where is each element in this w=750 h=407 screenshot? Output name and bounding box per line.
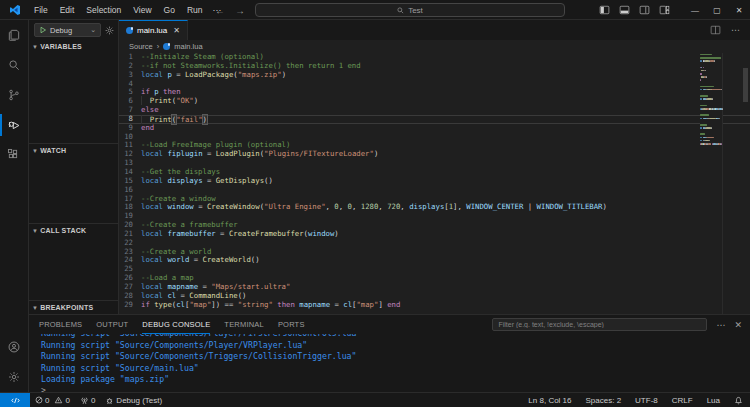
title-bar: FileEditSelectionViewGoRun ⋯ ← → Test — … [0, 0, 750, 20]
lua-file-icon [163, 43, 170, 50]
minimize-button[interactable]: — [684, 0, 706, 20]
panel-tab-output[interactable]: OUTPUT [96, 315, 128, 334]
sidebar-item-explorer[interactable] [0, 20, 28, 50]
sidebar-item-search[interactable] [0, 50, 28, 80]
code-line-8[interactable]: 8 Print("fail") [119, 115, 750, 124]
line-text: else [141, 106, 750, 115]
problems-indicator[interactable]: 0 0 [30, 393, 75, 407]
console-line: Running script "Source/Components/Trigge… [41, 351, 750, 363]
sidebar-item-source-control[interactable] [0, 80, 28, 110]
remote-indicator[interactable] [0, 393, 30, 407]
panel-more-actions-icon[interactable]: ⋯ [716, 320, 725, 330]
panel-tab-ports[interactable]: PORTS [278, 315, 305, 334]
launch-config-select[interactable]: Debug ⌄ [34, 23, 101, 37]
section-variables: ▼VARIABLES [29, 40, 118, 143]
code-line-9[interactable]: 9end [119, 124, 750, 133]
code-line-24[interactable]: 24local world = CreateWorld() [119, 256, 750, 265]
maximize-button[interactable]: ▢ [706, 0, 728, 20]
code-line-5[interactable]: 5if p then [119, 88, 750, 97]
code-line-7[interactable]: 7else [119, 106, 750, 115]
line-number: 29 [119, 301, 141, 310]
customize-layout-icon[interactable] [659, 5, 670, 15]
encoding-indicator[interactable]: UTF-8 [628, 393, 665, 407]
console-filter-input[interactable] [492, 318, 707, 331]
menu-selection[interactable]: Selection [81, 3, 126, 17]
panel-tab-terminal[interactable]: TERMINAL [224, 315, 264, 334]
section-header[interactable]: ▼CALL STACK [29, 224, 118, 237]
line-text: local fiplugin = LoadPlugin("Plugins/FIT… [141, 150, 750, 159]
code-line-22[interactable]: 22 [119, 239, 750, 248]
code-line-4[interactable]: 4 [119, 80, 750, 89]
code-line-12[interactable]: 12local fiplugin = LoadPlugin("Plugins/F… [119, 150, 750, 159]
console-line: Loading package "maps.zip" [41, 374, 750, 386]
code-line-3[interactable]: 3local p = LoadPackage("maps.zip") [119, 71, 750, 80]
editor-more-actions-icon[interactable]: ⋯ [731, 25, 740, 35]
code-line-15[interactable]: 15local displays = GetDisplays() [119, 177, 750, 186]
account-button[interactable] [0, 332, 28, 362]
toggle-secondary-sidebar-icon[interactable] [639, 5, 650, 15]
code-line-6[interactable]: 6 Print("OK") [119, 97, 750, 106]
eol-indicator[interactable]: CRLF [665, 393, 700, 407]
editor-scrollbar[interactable] [743, 68, 748, 102]
code-line-18[interactable]: 18local window = CreateWindow("Ultra Eng… [119, 203, 750, 212]
account-icon [7, 340, 21, 354]
chevron-down-icon: ▼ [32, 44, 38, 50]
close-button[interactable]: ✕ [728, 0, 750, 20]
cursor-position[interactable]: Ln 8, Col 16 [521, 393, 578, 407]
indentation-indicator[interactable]: Spaces: 2 [579, 393, 629, 407]
text-cursor [207, 115, 208, 123]
code-line-29[interactable]: 29if type(cl["map"]) == "string" then ma… [119, 301, 750, 310]
settings-button[interactable] [0, 362, 28, 392]
minimap-separator [722, 53, 723, 314]
chevron-down-icon: ▼ [32, 228, 38, 234]
section-call-stack: ▼CALL STACK [29, 223, 118, 300]
menu-view[interactable]: View [128, 3, 156, 17]
line-text: local world = CreateWorld() [141, 256, 750, 265]
explorer-icon [7, 28, 21, 42]
debug-settings-gear-icon[interactable] [104, 25, 115, 36]
start-debug-icon[interactable] [39, 26, 47, 34]
menu-edit[interactable]: Edit [55, 3, 80, 17]
panel-tab-debug-console[interactable]: DEBUG CONSOLE [142, 315, 210, 334]
language-mode-indicator[interactable]: Lua [700, 393, 727, 407]
section-header[interactable]: ▼VARIABLES [29, 40, 118, 53]
menu-run[interactable]: Run [182, 3, 208, 17]
nav-back-icon[interactable]: ← [215, 5, 225, 16]
line-text: Print("fail") [141, 115, 750, 124]
chevron-down-icon: ▼ [32, 148, 38, 154]
breadcrumb[interactable]: Source › main.lua [119, 40, 750, 53]
section-header[interactable]: ▼BREAKPOINTS [29, 301, 118, 314]
toggle-sidebar-icon[interactable] [599, 5, 610, 15]
ports-indicator[interactable]: 0 [75, 393, 100, 407]
debug-session-indicator[interactable]: Debug (Test) [100, 393, 167, 407]
code-editor[interactable]: 1--Initialze Steam (optional)2--if not S… [119, 53, 750, 314]
code-line-25[interactable]: 25 [119, 265, 750, 274]
split-editor-icon[interactable] [710, 25, 721, 35]
line-text: local p = LoadPackage("maps.zip") [141, 71, 750, 80]
radio-tower-icon [80, 396, 89, 405]
nav-forward-icon[interactable]: → [235, 5, 245, 16]
sidebar-item-run-and-debug[interactable] [0, 110, 28, 140]
menu-file[interactable]: File [29, 3, 53, 17]
panel-tab-problems[interactable]: PROBLEMS [39, 315, 82, 334]
section-label: VARIABLES [40, 43, 82, 50]
tab-main-lua[interactable]: main.lua ✕ [119, 20, 188, 40]
tab-close-icon[interactable]: ✕ [173, 26, 180, 35]
menu-go[interactable]: Go [159, 3, 180, 17]
sidebar-item-extensions[interactable] [0, 140, 28, 170]
debug-session-label: Debug (Test) [116, 396, 162, 405]
toggle-panel-icon[interactable] [619, 5, 630, 15]
chevron-down-icon: ▼ [32, 305, 38, 311]
editor-group: main.lua ✕ ⋯ Source › main.lua 1--Initia… [119, 20, 750, 314]
error-icon [35, 396, 43, 404]
notifications-bell[interactable] [727, 393, 750, 407]
code-line-21[interactable]: 21local framebuffer = CreateFramebuffer(… [119, 230, 750, 239]
panel-close-icon[interactable]: ✕ [734, 320, 742, 330]
breadcrumb-folder[interactable]: Source [129, 42, 153, 51]
section-header[interactable]: ▼WATCH [29, 144, 118, 157]
breadcrumb-file[interactable]: main.lua [174, 42, 202, 51]
debug-console-output[interactable]: Running script "Source/Components/Player… [29, 334, 750, 392]
minimap[interactable] [700, 53, 722, 314]
command-center-search[interactable]: Test [255, 3, 565, 17]
menu-bar: FileEditSelectionViewGoRun [29, 3, 208, 17]
